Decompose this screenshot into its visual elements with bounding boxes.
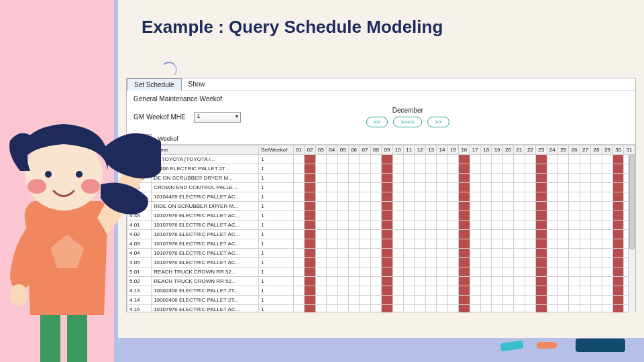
cell-day[interactable] — [293, 174, 304, 183]
cell-day[interactable] — [293, 286, 304, 296]
cell-day[interactable] — [480, 249, 491, 258]
cell-day[interactable] — [315, 221, 326, 230]
cell-day[interactable] — [327, 155, 337, 164]
cell-day[interactable] — [360, 164, 370, 174]
cell-day[interactable] — [437, 239, 447, 249]
cell-day[interactable] — [525, 239, 535, 249]
cell-day[interactable] — [470, 258, 480, 267]
cell-day[interactable] — [557, 211, 568, 221]
cell-day[interactable] — [382, 286, 392, 296]
cell-day[interactable] — [293, 183, 304, 192]
cell-day[interactable] — [613, 183, 624, 192]
scroll-thumb[interactable] — [629, 155, 635, 249]
cell-day[interactable] — [536, 249, 547, 258]
cell-day[interactable] — [591, 221, 602, 230]
cell-day[interactable] — [327, 305, 337, 313]
cell-day[interactable] — [569, 174, 580, 183]
cell-name[interactable]: 10107976 ELECTRIC PALLET AC... — [152, 211, 259, 221]
cell-day[interactable] — [293, 155, 304, 164]
cell-day[interactable] — [591, 267, 602, 277]
cell-day[interactable] — [404, 202, 415, 211]
cell-day[interactable] — [370, 296, 381, 305]
cell-day[interactable] — [492, 258, 502, 267]
cell-day[interactable] — [470, 155, 480, 164]
cell-day[interactable] — [502, 164, 513, 174]
cell-day[interactable] — [502, 239, 513, 249]
cell-day[interactable] — [392, 183, 403, 192]
cell-day[interactable] — [492, 249, 502, 258]
day-21[interactable]: 21 — [514, 145, 525, 155]
cell-day[interactable] — [348, 183, 359, 192]
cell-day[interactable] — [492, 296, 502, 305]
cell-day[interactable] — [580, 211, 590, 221]
col-setweekof[interactable]: SetWeekof — [259, 145, 294, 155]
cell-day[interactable] — [602, 277, 612, 286]
cell-day[interactable] — [591, 258, 602, 267]
cell-day[interactable] — [437, 286, 447, 296]
cell-day[interactable] — [337, 174, 348, 183]
cell-day[interactable] — [591, 183, 602, 192]
col-name[interactable]: Name — [152, 145, 259, 155]
cell-day[interactable] — [337, 258, 348, 267]
cell-day[interactable] — [315, 183, 326, 192]
cell-day[interactable] — [404, 221, 415, 230]
cell-day[interactable] — [591, 296, 602, 305]
cell-day[interactable] — [470, 192, 480, 202]
cell-day[interactable] — [337, 183, 348, 192]
cell-day[interactable] — [602, 174, 612, 183]
cell-day[interactable] — [437, 155, 447, 164]
cell-day[interactable] — [305, 258, 315, 267]
cell-day[interactable] — [337, 305, 348, 313]
cell-day[interactable] — [415, 211, 425, 221]
cell-day[interactable] — [382, 230, 392, 239]
cell-day[interactable] — [305, 221, 315, 230]
cell-day[interactable] — [547, 155, 557, 164]
cell-day[interactable] — [470, 277, 480, 286]
cell-day[interactable] — [348, 211, 359, 221]
cell-day[interactable] — [360, 211, 370, 221]
cell-day[interactable] — [348, 305, 359, 313]
cell-day[interactable] — [613, 305, 624, 313]
cell-day[interactable] — [382, 305, 392, 313]
cell-day[interactable] — [502, 305, 513, 313]
cell-day[interactable] — [580, 192, 590, 202]
cell-day[interactable] — [315, 192, 326, 202]
cell-day[interactable] — [602, 305, 612, 313]
cell-day[interactable] — [348, 239, 359, 249]
cell-day[interactable] — [514, 267, 525, 277]
cell-day[interactable] — [502, 221, 513, 230]
cell-day[interactable] — [447, 267, 458, 277]
cell-day[interactable] — [480, 202, 491, 211]
cell-sw[interactable]: 1 — [259, 155, 294, 164]
cell-day[interactable] — [425, 221, 436, 230]
cell-day[interactable] — [415, 155, 425, 164]
cell-day[interactable] — [557, 202, 568, 211]
cell-day[interactable] — [602, 239, 612, 249]
cell-day[interactable] — [470, 221, 480, 230]
cell-day[interactable] — [447, 192, 458, 202]
day-13[interactable]: 13 — [425, 145, 436, 155]
cell-day[interactable] — [459, 221, 470, 230]
cell-name[interactable]: FT TOYOTA (TOYOTA /... — [152, 155, 259, 164]
cell-day[interactable] — [536, 239, 547, 249]
cell-day[interactable] — [315, 211, 326, 221]
cell-name[interactable]: DE ON SCRUBBER DRYER M... — [152, 174, 259, 183]
cell-day[interactable] — [370, 239, 381, 249]
cell-day[interactable] — [447, 202, 458, 211]
cell-day[interactable] — [437, 305, 447, 313]
cell-day[interactable] — [580, 164, 590, 174]
cell-day[interactable] — [525, 230, 535, 239]
cell-day[interactable] — [348, 164, 359, 174]
day-01[interactable]: 01 — [293, 145, 304, 155]
cell-day[interactable] — [447, 249, 458, 258]
cell-day[interactable] — [492, 202, 502, 211]
cell-day[interactable] — [425, 164, 436, 174]
cell-day[interactable] — [404, 211, 415, 221]
cell-day[interactable] — [404, 230, 415, 239]
cell-day[interactable] — [382, 202, 392, 211]
day-25[interactable]: 25 — [557, 145, 568, 155]
cell-day[interactable] — [370, 305, 381, 313]
day-05[interactable]: 05 — [337, 145, 348, 155]
cell-day[interactable] — [591, 155, 602, 164]
cell-day[interactable] — [492, 239, 502, 249]
